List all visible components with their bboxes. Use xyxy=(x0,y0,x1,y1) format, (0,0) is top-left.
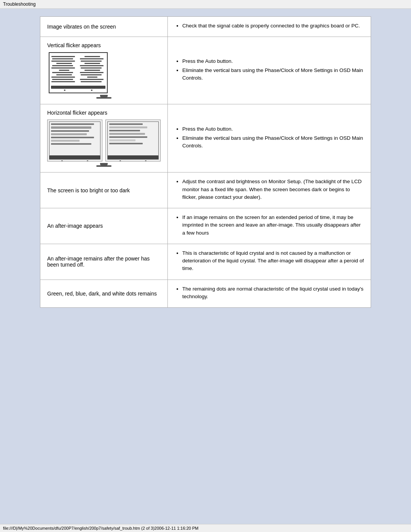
list-item: The remaining dots are normal characteri… xyxy=(182,285,364,301)
table-row: Green, red, blue, dark, and white dots r… xyxy=(40,280,371,308)
solution-cell: This is characteristic of liquid crystal… xyxy=(168,244,371,280)
problem-cell: The screen is too bright or too dark xyxy=(40,173,168,208)
list-item: Check that the signal cable is properly … xyxy=(182,22,364,30)
problem-cell: An after-image appears xyxy=(40,208,168,244)
table-row: An after-image remains after the power h… xyxy=(40,244,371,280)
table-row: Vertical flicker appears xyxy=(40,37,371,104)
solution-cell: If an image remains on the screen for an… xyxy=(168,208,371,244)
problem-text: Horizontal flicker appears xyxy=(47,110,161,116)
status-bar: file:///D|/My%20Documents/dfu/200P7/engl… xyxy=(0,524,411,532)
list-item: Press the Auto button. xyxy=(182,125,364,133)
list-item: Eliminate the vertical bars using the Ph… xyxy=(182,67,364,82)
problem-text: Vertical flicker appears xyxy=(47,42,161,48)
hf-image-1 xyxy=(47,120,102,161)
horizontal-flicker-images xyxy=(47,120,161,161)
problem-text: Green, red, blue, dark, and white dots r… xyxy=(47,291,157,297)
list-item: This is characteristic of liquid crystal… xyxy=(182,249,364,273)
problem-text: An after-image appears xyxy=(47,223,103,229)
problem-cell: Vertical flicker appears xyxy=(40,37,168,104)
problem-cell: An after-image remains after the power h… xyxy=(40,244,168,280)
hf-image-2 xyxy=(105,120,161,161)
table-row: Horizontal flicker appears xyxy=(40,104,371,173)
table-row: Image vibrates on the screen Check that … xyxy=(40,17,371,37)
problem-cell: Green, red, blue, dark, and white dots r… xyxy=(40,280,168,308)
solution-cell: Check that the signal cable is properly … xyxy=(168,17,371,37)
solution-cell: Press the Auto button. Eliminate the ver… xyxy=(168,104,371,173)
list-item: Eliminate the vertical bars using the Ph… xyxy=(182,134,364,150)
problem-cell: Horizontal flicker appears xyxy=(40,104,168,173)
troubleshooting-table: Image vibrates on the screen Check that … xyxy=(40,16,371,308)
list-item: If an image remains on the screen for an… xyxy=(182,214,364,237)
table-row: The screen is too bright or too dark Adj… xyxy=(40,173,371,208)
table-row: An after-image appears If an image remai… xyxy=(40,208,371,244)
content-area: Image vibrates on the screen Check that … xyxy=(0,9,411,315)
solution-cell: Press the Auto button. Eliminate the ver… xyxy=(168,37,371,104)
problem-text: Image vibrates on the screen xyxy=(47,24,116,30)
solution-cell: The remaining dots are normal characteri… xyxy=(168,280,371,308)
problem-text: An after-image remains after the power h… xyxy=(47,256,150,268)
monitor-base xyxy=(96,165,112,167)
vertical-flicker-image xyxy=(49,52,108,93)
page-title: Troubleshooting xyxy=(0,0,411,9)
problem-text: The screen is too bright or too dark xyxy=(47,187,130,193)
problem-cell: Image vibrates on the screen xyxy=(40,17,168,37)
list-item: Adjust the contrast and brightness on Mo… xyxy=(182,178,364,201)
list-item: Press the Auto button. xyxy=(182,58,364,65)
solution-cell: Adjust the contrast and brightness on Mo… xyxy=(168,173,371,208)
monitor-base xyxy=(96,97,112,99)
